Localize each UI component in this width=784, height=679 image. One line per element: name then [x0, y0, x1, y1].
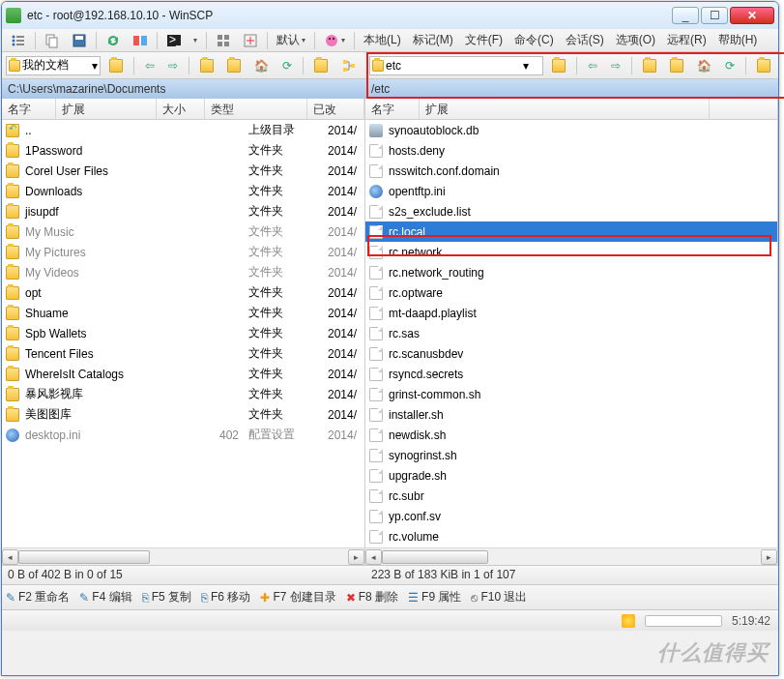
file-row[interactable]: installer.sh [365, 404, 777, 425]
file-row[interactable]: 暴风影视库文件夹2014/ [2, 384, 364, 404]
file-row[interactable]: opt文件夹2014/ [2, 282, 364, 303]
column-header[interactable]: 名字 [2, 99, 56, 119]
right-file-list[interactable]: synoautoblock.dbhosts.denynsswitch.conf.… [365, 120, 777, 547]
left-nav-up-icon[interactable] [195, 57, 218, 74]
menu-选项(O)[interactable]: 选项(O) [611, 30, 660, 50]
column-header[interactable]: 扩展 [56, 99, 157, 119]
minimize-button[interactable]: _ [672, 7, 699, 24]
fkey-F6[interactable]: ⎘F6 移动 [201, 589, 250, 605]
right-path[interactable]: /etc [365, 79, 778, 99]
fkey-F7[interactable]: ✚F7 创建目录 [260, 589, 335, 605]
title-bar[interactable]: etc - root@192.168.10.10 - WinSCP _ ☐ ✕ [2, 2, 778, 29]
menu-命令(C)[interactable]: 命令(C) [509, 30, 559, 50]
file-row[interactable]: Corel User Files文件夹2014/ [2, 161, 364, 181]
file-row[interactable]: rc.subr [365, 486, 777, 506]
tool-session-icon[interactable]: ▾ [319, 31, 350, 50]
fkey-F4[interactable]: ✎F4 编辑 [79, 589, 131, 605]
fkey-F8[interactable]: ✖F8 删除 [346, 589, 398, 605]
file-row[interactable]: Shuame文件夹2014/ [2, 303, 364, 323]
left-path[interactable]: C:\Users\mazarine\Documents [2, 79, 365, 99]
left-nav-tree-icon[interactable] [336, 56, 362, 75]
file-row[interactable]: ..上级目录2014/ [2, 120, 364, 140]
file-row[interactable]: mt-daapd.playlist [365, 303, 777, 323]
menu-本地(L)[interactable]: 本地(L) [359, 30, 406, 50]
right-columns[interactable]: 名字扩展 [365, 99, 777, 120]
fkey-F2[interactable]: ✎F2 重命名 [6, 589, 70, 605]
tool-dropdown-1[interactable]: ▾ [189, 34, 202, 46]
right-drive-input[interactable] [386, 59, 521, 73]
fkey-F5[interactable]: ⎘F5 复制 [142, 589, 191, 605]
chevron-down-icon[interactable]: ▾ [523, 59, 529, 73]
tool-terminal-icon[interactable]: >_ [161, 31, 187, 50]
file-row[interactable]: rc.network [365, 242, 777, 262]
file-row[interactable]: grinst-common.sh [365, 384, 777, 404]
tool-compare-icon[interactable] [128, 31, 153, 50]
right-nav-tree-icon[interactable] [779, 56, 784, 75]
menu-会话(S)[interactable]: 会话(S) [561, 30, 609, 50]
left-nav-refresh-icon[interactable]: ⟳ [277, 57, 297, 74]
chevron-down-icon[interactable]: ▾ [92, 59, 98, 73]
column-header[interactable]: 已改 [307, 99, 364, 119]
tool-bullets-icon[interactable] [6, 31, 31, 50]
menu-标记(M)[interactable]: 标记(M) [408, 30, 458, 50]
tool-save-icon[interactable] [67, 31, 92, 50]
file-row[interactable]: nsswitch.conf.domain [365, 161, 777, 181]
file-row[interactable]: 美图图库文件夹2014/ [2, 404, 364, 425]
tool-grid-icon[interactable] [211, 31, 236, 50]
left-nav-fav-icon[interactable] [309, 57, 333, 74]
left-nav-fwd-icon[interactable]: ⇨ [163, 57, 183, 74]
file-row[interactable]: Downloads文件夹2014/ [2, 181, 364, 201]
file-row[interactable]: synoautoblock.db [365, 120, 777, 140]
column-header[interactable]: 大小 [157, 99, 205, 119]
file-row[interactable]: My Pictures文件夹2014/ [2, 242, 364, 262]
scroll-right-button[interactable]: ▸ [348, 549, 364, 565]
file-row[interactable]: rsyncd.secrets [365, 364, 777, 384]
file-row[interactable]: rc.scanusbdev [365, 343, 777, 364]
right-nav-root-icon[interactable] [665, 57, 688, 74]
left-scrollbar[interactable]: ◂ ▸ [2, 547, 364, 565]
scroll-left-button[interactable]: ◂ [365, 549, 382, 565]
file-row[interactable]: rc.local [365, 221, 777, 242]
left-nav-open-icon[interactable] [104, 57, 128, 74]
left-file-list[interactable]: ..上级目录2014/1Password文件夹2014/Corel User F… [2, 120, 364, 445]
right-nav-back-icon[interactable]: ⇦ [583, 57, 602, 74]
right-nav-open-icon[interactable] [547, 57, 570, 74]
fkey-F9[interactable]: ☰F9 属性 [408, 589, 461, 605]
file-row[interactable]: desktop.ini402配置设置2014/ [2, 425, 364, 445]
right-nav-refresh-icon[interactable]: ⟳ [720, 57, 740, 74]
right-nav-find-icon[interactable] [752, 57, 775, 74]
file-row[interactable]: rc.sas [365, 323, 777, 343]
file-row[interactable]: yp.conf.sv [365, 506, 777, 526]
file-row[interactable]: WhereIsIt Catalogs文件夹2014/ [2, 364, 364, 384]
menu-文件(F)[interactable]: 文件(F) [460, 30, 508, 50]
tool-zoom-icon[interactable] [238, 31, 263, 50]
file-row[interactable]: rc.optware [365, 282, 777, 303]
close-button[interactable]: ✕ [730, 7, 774, 24]
file-row[interactable]: rc.volume [365, 526, 777, 546]
right-drive-combo[interactable]: ▾ [369, 56, 543, 75]
tool-copy-icon[interactable] [40, 31, 65, 50]
left-drive-input[interactable] [22, 59, 90, 73]
scroll-right-button[interactable]: ▸ [761, 549, 777, 565]
scroll-thumb[interactable] [382, 550, 488, 564]
file-row[interactable]: My Music文件夹2014/ [2, 221, 364, 242]
right-nav-up-icon[interactable] [638, 57, 661, 74]
menu-帮助(H)[interactable]: 帮助(H) [713, 30, 763, 50]
scroll-left-button[interactable]: ◂ [2, 549, 18, 565]
tool-sync-icon[interactable] [101, 31, 126, 50]
file-row[interactable]: upgrade.sh [365, 465, 777, 486]
fkey-F10[interactable]: ⎋F10 退出 [471, 589, 527, 605]
right-scrollbar[interactable]: ◂ ▸ [365, 547, 777, 565]
menu-远程(R)[interactable]: 远程(R) [662, 30, 711, 50]
column-header[interactable]: 扩展 [420, 99, 710, 119]
file-row[interactable]: opentftp.ini [365, 181, 777, 201]
left-columns[interactable]: 名字扩展大小类型已改 [2, 99, 364, 120]
file-row[interactable]: Spb Wallets文件夹2014/ [2, 323, 364, 343]
file-row[interactable]: s2s_exclude.list [365, 201, 777, 221]
column-header[interactable]: 类型 [205, 99, 307, 119]
maximize-button[interactable]: ☐ [701, 7, 728, 24]
left-nav-home-icon[interactable]: 🏠 [249, 57, 274, 74]
file-row[interactable]: newdisk.sh [365, 425, 777, 445]
scroll-thumb[interactable] [18, 550, 150, 564]
file-row[interactable]: synogrinst.sh [365, 445, 777, 465]
